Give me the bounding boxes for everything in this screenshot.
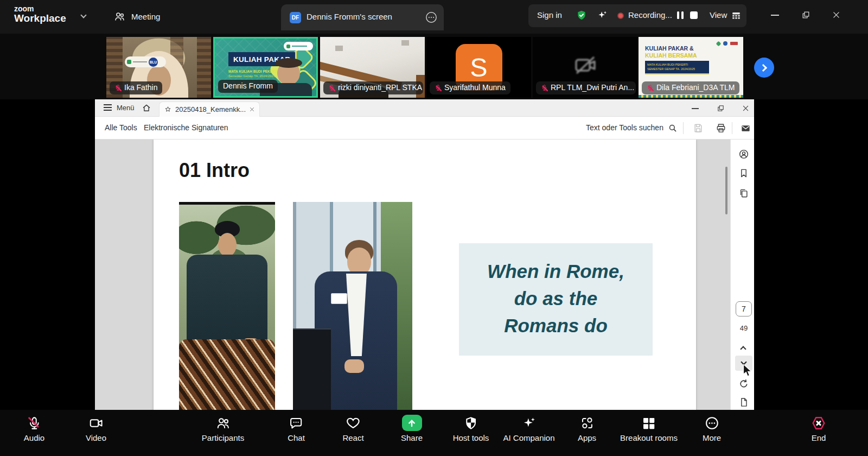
pdf-restore-button[interactable] xyxy=(717,104,725,112)
more-button[interactable]: More xyxy=(703,415,721,442)
pdf-close-button[interactable] xyxy=(742,104,750,112)
tab-options-ellipsis-icon[interactable] xyxy=(425,11,437,23)
initial-avatar: S xyxy=(470,53,487,83)
host-tools-button[interactable]: Host tools xyxy=(453,415,489,442)
slide-info-box: MATA KULIAH BUDI PEKERTI SEMESTER GENAP … xyxy=(645,61,709,74)
tab-meeting[interactable]: Meeting xyxy=(114,11,160,22)
print-icon[interactable] xyxy=(716,123,726,134)
star-icon[interactable] xyxy=(164,105,172,113)
next-participants-page-button[interactable] xyxy=(754,58,774,78)
chevron-right-icon xyxy=(760,64,767,71)
screen-tab-label: Dennis Fromm's screen xyxy=(307,12,392,21)
meeting-people-icon xyxy=(114,11,125,22)
logo-mark xyxy=(286,45,290,48)
jacket xyxy=(187,255,267,346)
share-screen-icon xyxy=(402,415,422,431)
view-button-label[interactable]: View xyxy=(710,10,727,20)
video-tile-dila-febriani[interactable]: KULIAH PAKAR & KULIAH BERSAMA MATA KULIA… xyxy=(639,37,743,98)
mic-off-icon xyxy=(114,84,122,91)
apps-icon xyxy=(579,416,594,430)
logo-mark-green xyxy=(716,41,722,46)
react-button[interactable]: React xyxy=(342,415,363,442)
audio-button[interactable]: Audio xyxy=(24,415,44,442)
zoom-workplace-logo: zoom Workplace xyxy=(14,5,66,24)
ceiling-fixture xyxy=(335,46,343,51)
banner-subline: Semester Genap TA. 2024/2025 xyxy=(228,74,275,78)
photo-business-suit xyxy=(293,202,412,411)
pause-recording-button[interactable] xyxy=(677,11,684,19)
ai-sparkle-icon[interactable] xyxy=(597,10,608,21)
window-close-button[interactable] xyxy=(832,10,841,20)
mic-muted-icon xyxy=(27,416,42,430)
video-tile-syarifathul[interactable]: S Syarifathul Munna xyxy=(426,37,531,98)
security-shield-icon[interactable] xyxy=(576,10,587,21)
workspace-menu-chevron-down-icon[interactable] xyxy=(80,12,86,18)
email-icon[interactable] xyxy=(741,123,751,134)
view-grid-icon[interactable] xyxy=(731,11,741,21)
comments-icon[interactable] xyxy=(738,149,749,160)
end-meeting-button[interactable]: End xyxy=(811,415,827,442)
logo-workplace-text: Workplace xyxy=(14,12,66,24)
save-icon[interactable] xyxy=(693,123,704,134)
window-restore-button[interactable] xyxy=(801,10,810,20)
search-tools-label[interactable]: Text oder Tools suchen xyxy=(586,123,663,132)
recording-dot-icon xyxy=(617,12,624,19)
quote-block: When in Rome, do as the Romans do xyxy=(459,243,653,356)
total-pages-label: 49 xyxy=(736,324,752,332)
breakout-rooms-button[interactable]: Breakout rooms xyxy=(620,415,678,442)
video-tile-rizki[interactable]: rizki diniyanti_RPL STKA xyxy=(320,37,425,98)
document-canvas: 01 Intro xyxy=(95,140,730,411)
participant-name-label: Dila Febriani_D3A TLM xyxy=(642,81,739,94)
vertical-scrollbar-thumb[interactable] xyxy=(725,167,727,214)
ai-companion-button[interactable]: AI Companion xyxy=(503,415,554,442)
photo-traditional-attire xyxy=(179,202,275,411)
pdf-minimize-button[interactable] xyxy=(692,108,699,109)
stop-recording-button[interactable] xyxy=(690,11,698,19)
video-thumbnail-strip: BLU Ika Fathin KULIAH PAKAR MATA KULIAH … xyxy=(0,34,868,99)
menu-button-label[interactable]: Menü xyxy=(117,104,135,112)
participant-name-label: Ika Fathin xyxy=(110,81,162,94)
camera-icon xyxy=(89,416,104,430)
mic-off-icon xyxy=(647,84,654,91)
participants-button[interactable]: Participants xyxy=(202,415,244,442)
chat-button[interactable]: Chat xyxy=(288,415,305,442)
mouse-cursor xyxy=(743,364,752,377)
bookmarks-icon[interactable] xyxy=(738,168,749,179)
logo-zoom-text: zoom xyxy=(14,5,66,12)
chat-icon xyxy=(289,416,304,430)
video-tile-ika-fathin[interactable]: BLU Ika Fathin xyxy=(106,37,211,98)
current-page-input[interactable]: 7 xyxy=(736,301,752,316)
esignatures-button[interactable]: Elektronische Signaturen xyxy=(144,123,228,132)
banner-text-line xyxy=(133,61,147,62)
participant-name-label: RPL TLM_Dwi Putri An... xyxy=(536,81,636,94)
recording-status-label: Recording... xyxy=(628,10,672,20)
hand xyxy=(344,359,364,373)
page-thumbnails-icon[interactable] xyxy=(738,188,749,199)
acrobat-toolbar: Alle Tools Elektronische Signaturen Text… xyxy=(95,117,754,140)
meeting-status-pill: Sign in Recording... View xyxy=(528,4,746,27)
document-tab[interactable]: 20250418_Kemenkk... xyxy=(159,102,260,117)
all-tools-button[interactable]: Alle Tools xyxy=(105,123,137,132)
home-icon[interactable] xyxy=(142,103,151,113)
video-button[interactable]: Video xyxy=(86,415,106,442)
apps-button[interactable]: Apps xyxy=(578,415,596,442)
video-tile-rpl-tlm[interactable]: RPL TLM_Dwi Putri An... xyxy=(533,37,637,98)
quote-line: Romans do xyxy=(459,312,653,339)
window-minimize-button[interactable] xyxy=(771,15,779,16)
acrobat-title-bar: Menü 20250418_Kemenkk... xyxy=(95,99,754,117)
search-icon[interactable] xyxy=(668,123,678,133)
close-tab-icon[interactable] xyxy=(249,106,255,112)
page-view-icon[interactable] xyxy=(738,397,749,408)
ai-sparkle-icon xyxy=(522,416,537,430)
rotate-refresh-icon[interactable] xyxy=(738,378,749,389)
hamburger-menu-icon[interactable] xyxy=(104,104,112,111)
share-button[interactable]: Share xyxy=(401,415,423,442)
banner-subline: MATA KULIAH BUDI PEKERTI xyxy=(228,69,278,73)
sign-in-button[interactable]: Sign in xyxy=(537,10,562,20)
avatar: DF xyxy=(290,12,301,23)
mic-off-icon xyxy=(435,84,442,91)
tab-dennis-fromm-screen[interactable]: DF Dennis Fromm's screen xyxy=(281,4,444,30)
mic-off-icon xyxy=(328,84,335,91)
video-tile-dennis-fromm[interactable]: KULIAH PAKAR MATA KULIAH BUDI PEKERTI Se… xyxy=(213,37,318,98)
face xyxy=(218,233,237,257)
